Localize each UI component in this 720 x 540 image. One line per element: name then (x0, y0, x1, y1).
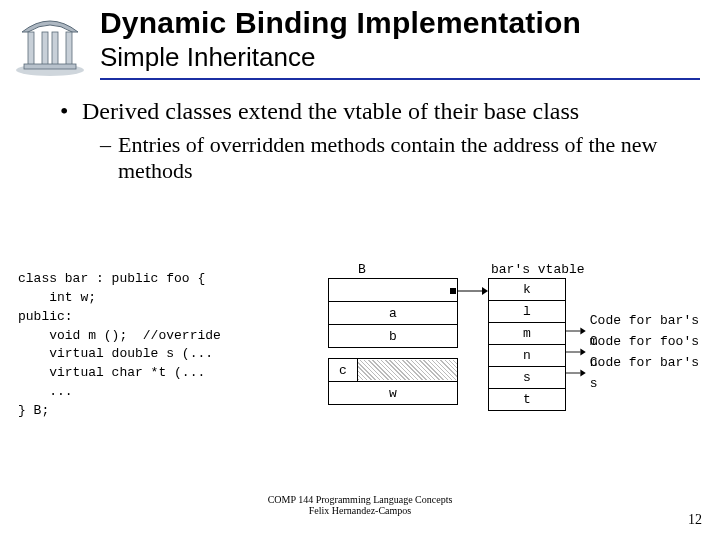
svg-marker-9 (580, 348, 585, 355)
arrow-s: Code for bar's s (566, 362, 702, 383)
header-rule (100, 78, 700, 80)
vtable-row-t: t (488, 389, 566, 411)
code-line-2: int w; (18, 290, 96, 305)
vtable-row-m: m (488, 323, 566, 345)
code-line-3: public: (18, 309, 73, 324)
vtable-row-s: s (488, 367, 566, 389)
object-row-vptr (328, 278, 458, 302)
bullet-marker: • (60, 96, 82, 126)
svg-rect-2 (42, 32, 48, 66)
svg-rect-5 (24, 64, 76, 69)
svg-rect-1 (28, 32, 34, 66)
diagram: class bar : public foo { int w; public: … (18, 270, 702, 450)
vptr-arrow-icon (458, 287, 488, 295)
vtable-row-k: k (488, 278, 566, 301)
page-number: 12 (688, 512, 702, 528)
bullet-main-text: Derived classes extend the vtable of the… (82, 96, 579, 126)
svg-marker-13 (482, 287, 488, 295)
code-line-4: void m (); //override (18, 328, 221, 343)
slide-title: Dynamic Binding Implementation (100, 6, 700, 40)
svg-rect-14 (450, 288, 456, 294)
bullet-main: • Derived classes extend the vtable of t… (60, 96, 690, 126)
vtable-row-n: n (488, 345, 566, 367)
code-line-8: } B; (18, 403, 49, 418)
dash-marker: – (100, 132, 118, 185)
code-line-1: class bar : public foo { (18, 271, 205, 286)
unc-well-logo (10, 8, 90, 78)
object-row-w: w (328, 382, 458, 405)
svg-marker-7 (580, 327, 585, 334)
object-row-c-shade (358, 360, 457, 380)
svg-rect-3 (52, 32, 58, 66)
code-line-6: virtual char *t (... (18, 365, 205, 380)
vtable-label: bar's vtable (491, 262, 585, 277)
vtable-arrows: Code for bar's m Code for foo's n Code f… (566, 320, 702, 383)
code-block: class bar : public foo { int w; public: … (18, 270, 318, 421)
vptr-dot-icon (448, 285, 458, 297)
object-label: B (358, 262, 366, 277)
code-line-7: ... (18, 384, 73, 399)
arrow-s-label: Code for bar's s (590, 352, 702, 394)
svg-marker-11 (580, 369, 585, 376)
footer: COMP 144 Programming Language Concepts F… (0, 494, 720, 516)
object-row-b: b (328, 325, 458, 348)
object-row-gap (328, 348, 458, 359)
code-line-5: virtual double s (... (18, 346, 213, 361)
svg-rect-4 (66, 32, 72, 66)
footer-line-2: Felix Hernandez-Campos (0, 505, 720, 516)
slide-subtitle: Simple Inheritance (100, 42, 700, 73)
arrow-icon (566, 347, 586, 357)
footer-line-1: COMP 144 Programming Language Concepts (0, 494, 720, 505)
vtable-layout: k l m n s t (488, 278, 566, 411)
arrow-icon (566, 368, 586, 378)
vtable-row-l: l (488, 301, 566, 323)
bullet-sub: – Entries of overridden methods contain … (100, 132, 690, 185)
object-layout: a b c w (328, 278, 458, 405)
object-row-c: c (328, 359, 458, 382)
object-row-a: a (328, 302, 458, 325)
bullet-sub-text: Entries of overridden methods contain th… (118, 132, 690, 185)
arrow-icon (566, 326, 586, 336)
